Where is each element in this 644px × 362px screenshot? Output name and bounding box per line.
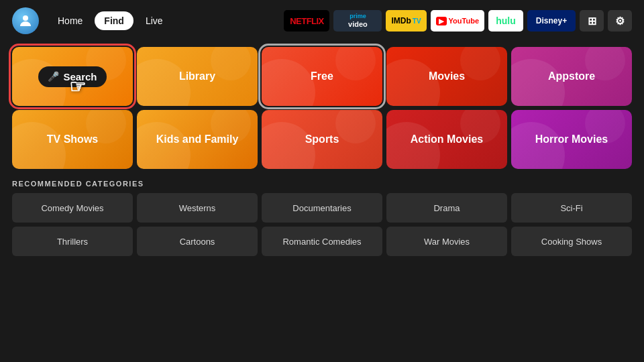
action-tile[interactable]: Action Movies [386, 110, 507, 169]
tiles-row-2: TV Shows Kids and Family Sports Action M… [12, 110, 632, 169]
nav-live[interactable]: Live [136, 11, 172, 30]
youtube-logo[interactable]: ▶YouTube [431, 10, 484, 32]
drama-tile[interactable]: Drama [386, 193, 507, 223]
svg-point-0 [23, 15, 28, 21]
header: Home Find Live NETFLIX prime video IMDbT… [0, 0, 644, 42]
cat-row-2: Thrillers Cartoons Romantic Comedies War… [12, 227, 632, 256]
recommended-title: RECOMMENDED CATEGORIES [12, 180, 632, 188]
movies-tile[interactable]: Movies [386, 47, 507, 106]
appstore-tile[interactable]: Appstore [511, 47, 632, 106]
mic-icon: 🎤 [48, 71, 59, 82]
horror-tile[interactable]: Horror Movies [511, 110, 632, 169]
disney-logo[interactable]: Disney+ [527, 10, 576, 32]
nav-links: Home Find Live [48, 11, 172, 30]
more-apps-button[interactable]: ⊞ [580, 10, 604, 32]
user-icon [17, 13, 34, 29]
recommended-section: RECOMMENDED CATEGORIES Comedy Movies Wes… [0, 176, 644, 256]
search-tile[interactable]: 🎤 Search ☞ [12, 47, 133, 106]
netflix-logo[interactable]: NETFLIX [284, 10, 329, 32]
imdb-logo[interactable]: IMDbTV [386, 10, 426, 32]
nav-find[interactable]: Find [95, 11, 133, 30]
avatar[interactable] [12, 7, 39, 34]
westerns-tile[interactable]: Westerns [137, 193, 258, 223]
comedy-movies-tile[interactable]: Comedy Movies [12, 193, 133, 223]
thrillers-tile[interactable]: Thrillers [12, 227, 133, 256]
documentaries-tile[interactable]: Documentaries [262, 193, 382, 223]
category-grid: Comedy Movies Westerns Documentaries Dra… [12, 193, 632, 256]
prime-logo[interactable]: prime video [333, 10, 382, 32]
war-movies-tile[interactable]: War Movies [386, 227, 507, 256]
scifi-tile[interactable]: Sci-Fi [511, 193, 632, 223]
gear-icon: ⚙ [615, 15, 625, 27]
nav-home[interactable]: Home [48, 11, 92, 30]
cat-row-1: Comedy Movies Westerns Documentaries Dra… [12, 193, 632, 223]
sports-tile[interactable]: Sports [262, 110, 382, 169]
hulu-logo[interactable]: hulu [488, 10, 523, 32]
romcom-tile[interactable]: Romantic Comedies [262, 227, 382, 256]
library-tile[interactable]: Library [137, 47, 258, 106]
grid-icon: ⊞ [588, 15, 596, 27]
tiles-row-1: 🎤 Search ☞ Library Free Movies Appstore [12, 47, 632, 106]
cartoons-tile[interactable]: Cartoons [137, 227, 258, 256]
tvshows-tile[interactable]: TV Shows [12, 110, 133, 169]
free-tile[interactable]: Free [262, 47, 382, 106]
search-button[interactable]: 🎤 Search [38, 66, 106, 87]
cooking-shows-tile[interactable]: Cooking Shows [511, 227, 632, 256]
settings-button[interactable]: ⚙ [608, 10, 632, 32]
kids-tile[interactable]: Kids and Family [137, 110, 258, 169]
streaming-logos: NETFLIX prime video IMDbTV ▶YouTube hulu… [284, 10, 632, 32]
tiles-container: 🎤 Search ☞ Library Free Movies Appstore … [0, 42, 644, 176]
